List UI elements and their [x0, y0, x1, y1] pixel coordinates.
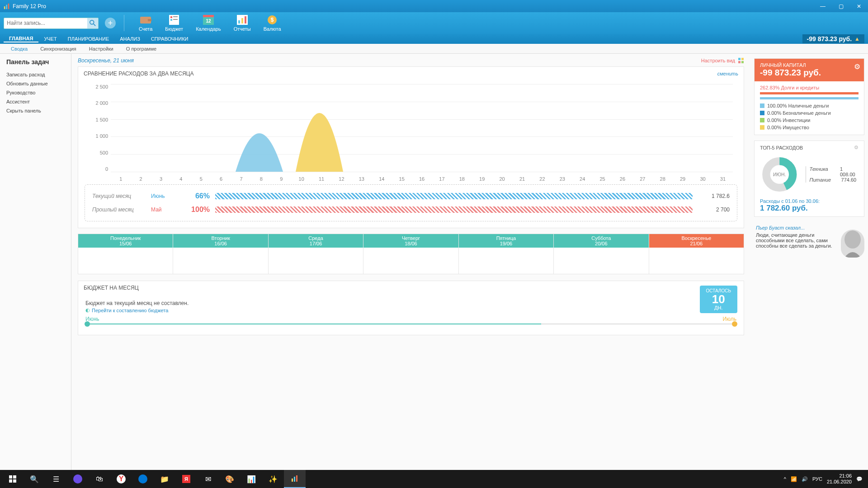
donut-chart: ИЮН.	[760, 154, 799, 195]
svg-line-4	[94, 24, 95, 26]
svg-rect-12	[203, 15, 214, 17]
chart: 2 5002 0001 5001 0005000 123456789101112…	[78, 80, 744, 184]
budget-message: Бюджет на текущий месяц не составлен.	[85, 300, 736, 306]
wallet-icon	[139, 14, 152, 25]
svg-text:12: 12	[206, 19, 211, 23]
svg-rect-23	[738, 61, 741, 63]
portrait-icon	[841, 230, 864, 258]
task-guide[interactable]: Руководство	[6, 88, 65, 97]
search-taskbar[interactable]: 🔍	[24, 470, 45, 488]
tool-currency[interactable]: $Валюта	[264, 14, 281, 32]
app-1[interactable]	[67, 470, 89, 488]
volume-icon[interactable]: 🔊	[802, 476, 808, 482]
menu-references[interactable]: СПРАВОЧНИКИ	[146, 36, 194, 42]
menu-main[interactable]: ГЛАВНАЯ	[4, 36, 38, 42]
submenu-summary[interactable]: Сводка	[5, 46, 34, 52]
task-refresh[interactable]: Обновить данные	[6, 79, 65, 88]
toolbar: + Счета Бюджет 12Календарь Отчеты $Валют…	[0, 12, 868, 34]
app-y2[interactable]: Я	[175, 470, 197, 488]
tray-chevron-icon[interactable]: ^	[784, 476, 786, 482]
paint-icon[interactable]: 🎨	[219, 470, 241, 488]
svg-rect-32	[13, 479, 16, 483]
svg-rect-31	[9, 479, 12, 483]
minimize-button[interactable]: —	[814, 0, 832, 12]
chart-series-june	[236, 117, 283, 172]
submenu-settings[interactable]: Настройки	[83, 46, 120, 52]
system-tray: ^ 📶 🔊 РУС 21:0621.06.2020 💬	[784, 473, 866, 485]
app-logo-icon	[4, 3, 10, 9]
tool-budget[interactable]: Бюджет	[165, 14, 183, 32]
notifications-icon[interactable]: 💬	[856, 476, 863, 482]
gear-icon[interactable]: ⚙	[854, 62, 860, 71]
expenses-compare-panel: СРАВНЕНИЕ РАСХОДОВ ЗА ДВА МЕСЯЦАсменить …	[78, 66, 744, 228]
day-cell[interactable]: Вторник16/06	[173, 234, 268, 274]
svg-rect-1	[6, 5, 7, 9]
menu-analysis[interactable]: АНАЛИЗ	[114, 36, 146, 42]
edge-icon[interactable]	[132, 470, 154, 488]
day-cell[interactable]: Пятница19/06	[459, 234, 554, 274]
main-area: Воскресенье, 21 июня Настроить вид СРАВН…	[71, 54, 750, 477]
search-button[interactable]	[87, 18, 98, 28]
tool-accounts[interactable]: Счета	[139, 14, 152, 32]
store-icon[interactable]: 🛍	[89, 470, 110, 488]
days-remaining: ОСТАЛОСЬ 10 ДН.	[700, 286, 737, 313]
add-button[interactable]: +	[105, 18, 116, 28]
menu-accounting[interactable]: УЧЕТ	[38, 36, 62, 42]
day-cell[interactable]: Воскресенье21/06	[649, 234, 744, 274]
budget-create-link[interactable]: ◐Перейти к составлению бюджета	[85, 307, 736, 313]
svg-text:ИЮН.: ИЮН.	[773, 172, 786, 177]
svg-rect-16	[238, 20, 240, 23]
search-box	[4, 18, 99, 29]
menu-planning[interactable]: ПЛАНИРОВАНИЕ	[62, 36, 114, 42]
task-panel-title: Панель задач	[6, 58, 65, 66]
svg-rect-17	[241, 18, 243, 23]
app-star[interactable]: ✨	[262, 470, 284, 488]
tray-lang[interactable]: РУС	[812, 476, 822, 482]
day-cell[interactable]: Понедельник15/06	[78, 234, 173, 274]
start-button[interactable]	[2, 470, 24, 488]
tray-clock[interactable]: 21:0621.06.2020	[827, 473, 852, 485]
svg-rect-6	[148, 19, 151, 21]
calendar-icon: 12	[202, 14, 215, 25]
gear-icon[interactable]: ⚙	[854, 145, 859, 150]
maximize-button[interactable]: ▢	[832, 0, 850, 12]
month-progress: Июнь Июль	[85, 319, 736, 329]
separator	[124, 15, 124, 31]
yandex-icon[interactable]: Y	[110, 470, 132, 488]
search-input[interactable]	[4, 20, 87, 26]
day-cell[interactable]: Среда17/06	[269, 234, 363, 274]
tool-calendar[interactable]: 12Календарь	[196, 14, 221, 32]
svg-rect-0	[4, 6, 5, 9]
top5-card: ТОП-5 РАСХОДОВ⚙ ИЮН. Техника1 008.00Пита…	[754, 141, 864, 217]
task-assistant[interactable]: Ассистент	[6, 97, 65, 106]
date-header: Воскресенье, 21 июня	[78, 57, 744, 64]
task-record-expense[interactable]: Записать расход	[6, 70, 65, 79]
svg-rect-33	[292, 479, 293, 482]
change-link[interactable]: сменить	[717, 71, 738, 76]
close-button[interactable]: ✕	[850, 0, 868, 12]
task-hide-panel[interactable]: Скрыть панель	[6, 106, 65, 115]
svg-rect-24	[741, 61, 744, 63]
wifi-icon[interactable]: 📶	[791, 476, 797, 482]
explorer-icon[interactable]: 📁	[154, 470, 175, 488]
app-title: Family 12 Pro	[13, 3, 46, 9]
mail-icon[interactable]: ✉	[197, 470, 219, 488]
family-app-taskbar[interactable]	[284, 470, 306, 488]
submenu-about[interactable]: О программе	[120, 46, 163, 52]
workspace: Панель задач Записать расход Обновить да…	[0, 54, 868, 477]
day-cell[interactable]: Суббота20/06	[554, 234, 649, 274]
configure-view-link[interactable]: Настроить вид	[701, 57, 744, 64]
reports-icon	[236, 14, 249, 25]
svg-point-28	[844, 230, 861, 249]
submenu-sync[interactable]: Синхронизация	[34, 46, 83, 52]
tool-reports[interactable]: Отчеты	[234, 14, 251, 32]
debt-line: 262.83% Долги и кредиты	[760, 85, 859, 90]
svg-rect-2	[8, 3, 9, 9]
config-icon	[738, 57, 744, 64]
top-balance: -99 873.23 руб.▲	[802, 34, 864, 43]
task-view[interactable]: ☰	[45, 470, 67, 488]
app-g[interactable]: 📊	[241, 470, 262, 488]
svg-point-3	[90, 20, 94, 24]
svg-rect-18	[245, 16, 246, 23]
day-cell[interactable]: Четверг18/06	[363, 234, 458, 274]
